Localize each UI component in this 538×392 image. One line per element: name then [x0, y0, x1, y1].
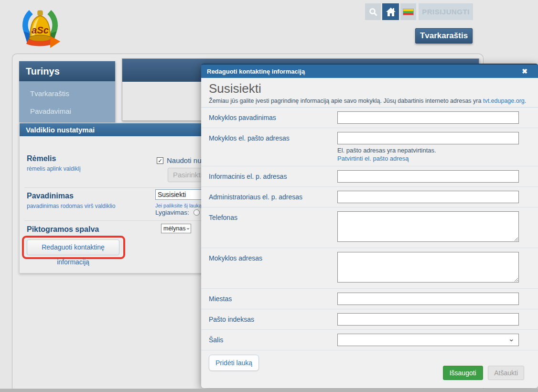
- school-name-label: Mokyklos pavadinimas: [209, 111, 337, 124]
- frame-setting-label: Rėmelis: [27, 154, 56, 163]
- add-field-button[interactable]: Pridėti lauką: [209, 355, 259, 371]
- svg-text:aSc: aSc: [32, 25, 49, 35]
- field-row-postal-code: Pašto indeksas: [201, 309, 538, 330]
- chevron-down-icon: ⌄: [186, 226, 191, 229]
- email-unverified-note: El. pašto adresas yra nepatvirtintas.: [337, 147, 519, 154]
- asc-bell-logo-icon: aSc: [17, 5, 63, 51]
- verify-email-link[interactable]: Patvirtinti el. pašto adresą: [337, 155, 409, 162]
- school-email-input[interactable]: [337, 132, 519, 144]
- modal-header: Redaguoti kontaktinę informaciją ✖: [201, 64, 538, 78]
- info-email-label: Informacinis el. p. adresas: [209, 170, 337, 183]
- home-button[interactable]: [382, 3, 399, 20]
- field-row-phone: Telefonas: [201, 207, 538, 248]
- home-icon: [386, 8, 396, 16]
- edit-contact-modal: Redaguoti kontaktinę informaciją ✖ Susis…: [201, 64, 538, 388]
- language-button[interactable]: [400, 3, 416, 20]
- alignment-radio[interactable]: [194, 209, 200, 216]
- postal-code-label: Pašto indeksas: [209, 313, 337, 326]
- edit-contact-info-button[interactable]: Redaguoti kontaktinę informaciją: [27, 240, 119, 255]
- alignment-label: Lygiavimas:: [155, 209, 189, 216]
- title-setting-label: Pavadinimas: [27, 192, 74, 200]
- city-input[interactable]: [337, 293, 519, 305]
- icon-color-value: mėlynas: [163, 225, 186, 232]
- page: aSc PRISIJUNGTI Tvarkaraštis: [0, 0, 538, 392]
- school-email-label: Mokyklos el. pašto adresas: [209, 132, 337, 162]
- use-default-checkbox[interactable]: ✓: [157, 157, 163, 164]
- field-row-school-email: Mokyklos el. pašto adresas El. pašto adr…: [201, 128, 538, 166]
- title-hint-text: Jei paliksite šį lauką: [155, 203, 202, 208]
- title-setting-sublabel: pavadinimas rodomas virš valdiklio: [27, 203, 115, 209]
- country-label: Šalis: [209, 334, 337, 346]
- bottom-edge-strip: [0, 389, 538, 392]
- login-button[interactable]: PRISIJUNGTI: [419, 3, 473, 20]
- info-email-input[interactable]: [337, 170, 519, 183]
- frame-setting-sublabel: rėmelis aplink valdiklį: [27, 165, 81, 172]
- icon-color-label: Piktogramos spalva: [27, 225, 99, 234]
- sidebar: Turinys Tvarkaraštis Pavadavimai: [19, 61, 115, 122]
- icon-color-select[interactable]: mėlynas ⌄: [161, 224, 191, 233]
- close-icon[interactable]: ✖: [522, 67, 532, 75]
- field-row-admin-email: Administratoriaus el. p. adresas: [201, 187, 538, 207]
- school-address-label: Mokyklos adresas: [209, 252, 337, 284]
- top-toolbar: PRISIJUNGTI: [365, 3, 474, 20]
- field-row-city: Miestas: [201, 289, 538, 309]
- alignment-row: Lygiavimas: K: [155, 209, 206, 216]
- school-address-textarea[interactable]: [337, 252, 519, 283]
- sidebar-item-pavadavimai[interactable]: Pavadavimai: [19, 107, 115, 125]
- contact-heading: Susisiekti: [209, 81, 530, 96]
- chevron-down-icon: ⌄: [508, 337, 515, 341]
- phone-textarea[interactable]: [337, 211, 519, 242]
- edupage-address-link[interactable]: tvt.edupage.org: [483, 98, 525, 104]
- intro-text-part: Žemiau jūs galite įvesti pagrindinę info…: [209, 98, 483, 104]
- field-row-info-email: Informacinis el. p. adresas: [201, 166, 538, 187]
- modal-footer: Išsaugoti Atšaukti: [443, 366, 524, 380]
- field-row-school-name: Mokyklos pavadinimas: [201, 108, 538, 128]
- field-row-school-address: Mokyklos adresas: [201, 248, 538, 289]
- contact-intro-text: Žemiau jūs galite įvesti pagrindinę info…: [209, 98, 530, 104]
- city-label: Miestas: [209, 293, 337, 305]
- search-icon: [369, 8, 377, 16]
- country-select[interactable]: ⌄: [337, 334, 519, 346]
- sidebar-menu: Tvarkaraštis Pavadavimai: [19, 81, 115, 122]
- search-button[interactable]: [365, 3, 381, 20]
- phone-label: Telefonas: [209, 211, 337, 244]
- lithuania-flag-icon: [403, 9, 414, 15]
- sidebar-item-tvarkarastis[interactable]: Tvarkaraštis: [19, 89, 115, 107]
- modal-title: Redaguoti kontaktinę informaciją: [207, 68, 522, 75]
- intro-text-suffix: .: [525, 98, 526, 104]
- cancel-button[interactable]: Atšaukti: [488, 366, 524, 380]
- modal-intro: Susisiekti Žemiau jūs galite įvesti pagr…: [201, 78, 538, 108]
- sidebar-title: Turinys: [19, 61, 115, 81]
- admin-email-label: Administratoriaus el. p. adresas: [209, 191, 337, 203]
- admin-email-input[interactable]: [337, 191, 519, 203]
- schedule-button[interactable]: Tvarkaraštis: [415, 28, 473, 44]
- save-button[interactable]: Išsaugoti: [443, 366, 483, 380]
- field-row-country: Šalis ⌄: [201, 330, 538, 350]
- school-name-input[interactable]: [337, 111, 519, 124]
- postal-code-input[interactable]: [337, 313, 519, 326]
